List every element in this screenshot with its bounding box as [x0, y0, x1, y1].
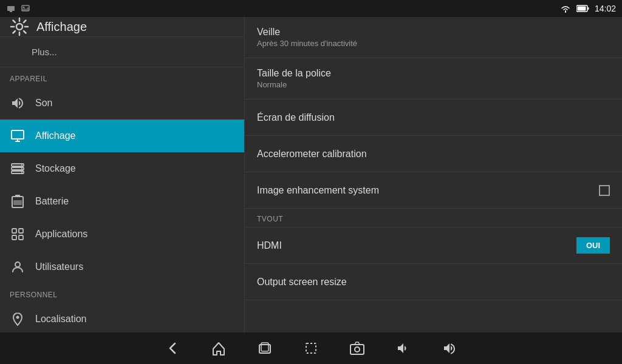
sidebar-item-batterie[interactable]: Batterie: [0, 185, 244, 218]
display-icon: [10, 128, 26, 144]
setting-hdmi-title: HDMI: [257, 240, 282, 251]
nav-vol-up-button[interactable]: [441, 340, 458, 357]
location-icon: [10, 311, 26, 327]
svg-rect-26: [15, 195, 20, 197]
nav-home-button[interactable]: [210, 340, 227, 357]
setting-image-enhancement-text: Image enhancement system: [257, 185, 379, 196]
recents-icon: [256, 340, 273, 357]
setting-output-resize-title: Output screen resize: [257, 277, 347, 288]
setting-output-resize[interactable]: Output screen resize: [245, 264, 622, 300]
status-time: 14:02: [595, 4, 616, 13]
svg-point-24: [21, 172, 22, 173]
sidebar-item-batterie-label: Batterie: [35, 196, 69, 207]
svg-rect-5: [587, 7, 589, 10]
svg-point-23: [21, 168, 22, 169]
setting-accelerometer[interactable]: Accelerometer calibration: [245, 136, 622, 172]
setting-image-enhancement[interactable]: Image enhancement system: [245, 172, 622, 209]
svg-point-33: [16, 316, 19, 319]
setting-hdmi-text: HDMI: [257, 240, 282, 251]
setting-accelerometer-title: Accelerometer calibration: [257, 149, 367, 160]
svg-line-15: [13, 31, 16, 33]
back-icon: [164, 340, 181, 357]
camera-icon: [349, 340, 366, 357]
sidebar-item-utilisateurs-label: Utilisateurs: [35, 261, 83, 272]
volume-icon: [10, 95, 26, 111]
nav-bar: [0, 332, 622, 364]
status-bar: 14:02: [0, 0, 622, 17]
hdmi-toggle[interactable]: OUI: [576, 237, 610, 254]
setting-taille-police-title: Taille de la police: [257, 68, 331, 79]
svg-rect-16: [12, 130, 24, 139]
svg-line-14: [24, 21, 26, 23]
nav-vol-down-button[interactable]: [395, 340, 412, 357]
sidebar-title: Affichage: [36, 20, 87, 34]
svg-point-22: [21, 164, 22, 166]
svg-rect-27: [13, 200, 22, 205]
image-enhancement-checkbox[interactable]: [599, 185, 610, 196]
sidebar-item-son[interactable]: Son: [0, 87, 244, 120]
sidebar-item-son-label: Son: [35, 98, 52, 109]
settings-gear-icon: [10, 17, 29, 36]
apps-icon: [10, 226, 26, 242]
sidebar-item-applications[interactable]: Applications: [0, 218, 244, 251]
nav-camera-button[interactable]: [349, 340, 366, 357]
sidebar-header: Affichage: [0, 17, 244, 37]
battery-sidebar-icon: [10, 194, 26, 209]
setting-ecran-diffusion-text: Écran de diffusion: [257, 112, 335, 123]
setting-taille-police[interactable]: Taille de la police Normale: [245, 58, 622, 99]
setting-veille-subtitle: Après 30 minutes d'inactivité: [257, 39, 357, 48]
sidebar-item-more[interactable]: Plus...: [0, 37, 244, 67]
status-right-icons: 14:02: [559, 4, 616, 13]
setting-hdmi[interactable]: HDMI OUI: [245, 228, 622, 264]
volume-down-icon: [395, 340, 412, 357]
sidebar-section-appareil: APPAREIL: [0, 67, 244, 87]
setting-taille-police-subtitle: Normale: [257, 80, 331, 89]
volume-up-icon: [441, 340, 458, 357]
sidebar-item-localisation-label: Localisation: [35, 314, 87, 325]
nav-back-button[interactable]: [164, 340, 181, 357]
nav-recents-button[interactable]: [256, 340, 273, 357]
svg-rect-30: [12, 235, 16, 240]
main-content: Affichage Plus... APPAREIL Son: [0, 17, 622, 332]
frame-icon: [302, 340, 320, 357]
svg-rect-6: [577, 7, 586, 11]
svg-rect-28: [12, 229, 16, 233]
status-left-icons: [6, 4, 30, 13]
battery-icon-status: [576, 5, 590, 12]
setting-image-enhancement-title: Image enhancement system: [257, 185, 379, 196]
sidebar: Affichage Plus... APPAREIL Son: [0, 17, 245, 332]
setting-ecran-diffusion-title: Écran de diffusion: [257, 112, 335, 123]
sidebar-item-localisation[interactable]: Localisation: [0, 303, 244, 332]
svg-rect-36: [306, 343, 316, 353]
wifi-icon: [559, 4, 572, 13]
svg-rect-1: [10, 11, 12, 12]
image-icon: [21, 4, 30, 13]
sidebar-item-stockage[interactable]: Stockage: [0, 152, 244, 185]
svg-rect-29: [19, 229, 23, 233]
setting-ecran-diffusion[interactable]: Écran de diffusion: [245, 99, 622, 136]
svg-rect-31: [19, 235, 23, 240]
svg-rect-37: [350, 345, 364, 354]
svg-line-12: [13, 21, 16, 23]
setting-veille-text: Veille Après 30 minutes d'inactivité: [257, 27, 357, 48]
setting-veille[interactable]: Veille Après 30 minutes d'inactivité: [245, 17, 622, 58]
setting-accelerometer-text: Accelerometer calibration: [257, 149, 367, 160]
sidebar-section-personnel: PERSONNEL: [0, 283, 244, 303]
svg-rect-0: [7, 6, 15, 11]
nav-screenshot-button[interactable]: [302, 340, 320, 357]
storage-icon: [10, 161, 26, 177]
home-icon: [210, 340, 227, 357]
section-tvout: TVOUT: [245, 209, 622, 228]
notification-icon: [6, 4, 16, 13]
sidebar-item-stockage-label: Stockage: [35, 163, 76, 174]
users-icon: [10, 259, 26, 275]
setting-veille-title: Veille: [257, 27, 357, 38]
svg-point-32: [15, 262, 20, 267]
setting-output-resize-text: Output screen resize: [257, 277, 347, 288]
sidebar-item-affichage[interactable]: Affichage: [0, 120, 244, 152]
svg-point-7: [16, 24, 22, 30]
svg-line-13: [24, 31, 26, 33]
svg-point-38: [355, 347, 360, 352]
sidebar-item-applications-label: Applications: [35, 229, 87, 240]
sidebar-item-utilisateurs[interactable]: Utilisateurs: [0, 251, 244, 283]
